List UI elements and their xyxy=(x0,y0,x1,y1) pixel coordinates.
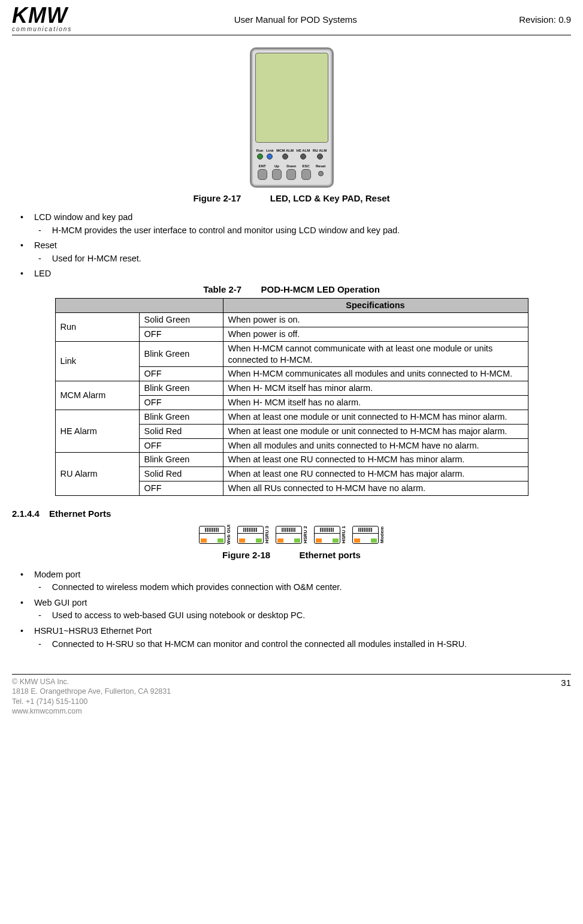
page-number: 31 xyxy=(561,677,571,689)
led-state-cell: Solid Green xyxy=(139,313,223,327)
led-indicator-icon xyxy=(300,154,306,159)
led-state-cell: OFF xyxy=(139,367,223,381)
revision-label: Revision: 0.9 xyxy=(519,14,571,26)
led-spec-cell: When H- MCM itself has minor alarm. xyxy=(223,381,528,396)
led-state-cell: OFF xyxy=(139,327,223,341)
sub-bullet-text: Used to access to web-based GUI using no… xyxy=(52,610,305,622)
led-spec-cell: When at least one RU connected to H-MCM … xyxy=(223,467,528,481)
ethernet-port-label: HSRU 1 xyxy=(342,526,346,543)
rj45-icon xyxy=(352,526,379,544)
led-name-cell: HE Alarm xyxy=(55,410,139,453)
device-led: RU ALM xyxy=(313,149,327,159)
table-row: MCM AlarmBlink GreenWhen H- MCM itself h… xyxy=(55,381,528,396)
sub-bullet-item: -H-MCM provides the user interface to co… xyxy=(38,225,571,237)
led-state-cell: Solid Red xyxy=(139,424,223,438)
figure-number: Figure 2-17 xyxy=(193,193,241,203)
bullet-item: •Reset xyxy=(20,240,571,252)
section-title: Ethernet Ports xyxy=(49,508,111,519)
table-row: RunSolid GreenWhen power is on. xyxy=(55,313,528,327)
footer-address: 1818 E. Orangethrope Ave, Fullerton, CA … xyxy=(12,687,171,696)
rj45-icon xyxy=(276,526,302,544)
footer-tel: Tel. +1 (714) 515-1100 xyxy=(12,697,171,706)
rj45-icon xyxy=(314,526,340,544)
table-2-7-caption: Table 2-7 POD-H-MCM LED Operation xyxy=(12,284,571,296)
ethernet-port: Modem xyxy=(352,525,385,544)
device-led-label: Run xyxy=(256,149,264,152)
led-spec-cell: When H- MCM itself has no alarm. xyxy=(223,396,528,410)
bullet-list-2: •Modem port-Connected to wireless modem … xyxy=(14,569,571,650)
led-spec-cell: When at least one RU connected to H-MCM … xyxy=(223,453,528,467)
device-led: MCM ALM xyxy=(276,149,294,159)
device-keypad-button: ENT xyxy=(258,164,267,180)
led-indicator-icon xyxy=(267,154,273,159)
figure-2-18-caption: Figure 2-18 Ethernet ports xyxy=(12,549,571,561)
device-led-label: HE ALM xyxy=(297,149,310,152)
device-led: Link xyxy=(266,149,273,159)
bullet-item: •HSRU1~HSRU3 Ethernet Port xyxy=(20,625,571,637)
bullet-item: •Web GUI port xyxy=(20,597,571,609)
bullet-text: HSRU1~HSRU3 Ethernet Port xyxy=(34,625,152,637)
figure-title: Ethernet ports xyxy=(299,550,361,560)
section-number: 2.1.4.4 xyxy=(12,508,40,519)
led-state-cell: Solid Red xyxy=(139,467,223,481)
bullet-dot-icon: • xyxy=(20,268,23,280)
device-led: Run xyxy=(256,149,264,159)
page-footer: © KMW USA Inc. 1818 E. Orangethrope Ave,… xyxy=(12,674,571,716)
led-spec-cell: When H-MCM cannot communicate with at le… xyxy=(223,341,528,367)
reset-button-icon xyxy=(318,171,324,176)
bullet-text: Web GUI port xyxy=(34,597,87,609)
dash-icon: - xyxy=(38,582,41,594)
dash-icon: - xyxy=(38,610,41,622)
bullet-item: •Modem port xyxy=(20,569,571,581)
keypad-label: ENT xyxy=(259,164,266,168)
table-row: HE AlarmBlink GreenWhen at least one mod… xyxy=(55,410,528,424)
figure-title: LED, LCD & Key PAD, Reset xyxy=(270,193,390,203)
dash-icon: - xyxy=(38,253,41,265)
sub-bullet-item: -Connected to wireless modem which provi… xyxy=(38,582,571,594)
led-spec-cell: When power is off. xyxy=(223,327,528,341)
sub-bullet-text: Connected to wireless modem which provid… xyxy=(52,582,342,594)
led-state-cell: Blink Green xyxy=(139,453,223,467)
table-header-blank xyxy=(55,299,223,313)
bullet-text: LCD window and key pad xyxy=(34,212,132,224)
led-spec-cell: When at least one module or unit connect… xyxy=(223,410,528,424)
device-led-label: MCM ALM xyxy=(276,149,294,152)
led-name-cell: MCM Alarm xyxy=(55,381,139,410)
table-header-spec: Specifications xyxy=(223,299,528,313)
led-indicator-icon xyxy=(317,154,323,159)
sub-bullet-item: -Used to access to web-based GUI using n… xyxy=(38,610,571,622)
sub-bullet-text: H-MCM provides the user interface to con… xyxy=(52,225,400,237)
footer-company-info: © KMW USA Inc. 1818 E. Orangethrope Ave,… xyxy=(12,677,171,716)
ethernet-port-label: Web GUI xyxy=(226,525,231,544)
led-spec-cell: When power is on. xyxy=(223,313,528,327)
section-2-1-4-4: 2.1.4.4 Ethernet Ports xyxy=(12,508,571,520)
ethernet-port-label: Modem xyxy=(380,526,385,543)
ethernet-port: HSRU 2 xyxy=(276,525,308,544)
device-led-row: RunLinkMCM ALMHE ALMRU ALM xyxy=(255,149,328,159)
ethernet-port-label: HSRU 3 xyxy=(265,526,270,543)
rj45-icon xyxy=(237,526,264,544)
led-name-cell: Run xyxy=(55,313,139,342)
bullet-text: LED xyxy=(34,268,51,280)
rj45-icon xyxy=(199,526,225,544)
led-state-cell: Blink Green xyxy=(139,410,223,424)
bullet-item: •LCD window and key pad xyxy=(20,212,571,224)
device-led-label: RU ALM xyxy=(313,149,327,152)
keypad-button-icon xyxy=(272,169,282,180)
bullet-list-1: •LCD window and key pad-H-MCM provides t… xyxy=(14,212,571,280)
keypad-button-icon xyxy=(301,169,311,180)
device-keypad-button: Up xyxy=(272,164,282,180)
led-state-cell: Blink Green xyxy=(139,341,223,367)
led-state-cell: OFF xyxy=(139,481,223,496)
page-header: KMW communications User Manual for POD S… xyxy=(12,6,571,35)
figure-number: Figure 2-18 xyxy=(222,550,270,560)
bullet-dot-icon: • xyxy=(20,625,23,637)
keypad-label: Up xyxy=(274,164,279,168)
keypad-label: ESC xyxy=(303,164,310,168)
dash-icon: - xyxy=(38,225,41,237)
lcd-screen xyxy=(255,53,328,143)
logo-main: KMW xyxy=(12,6,68,25)
bullet-text: Reset xyxy=(34,240,57,252)
bullet-dot-icon: • xyxy=(20,212,23,224)
sub-bullet-item: -Used for H-MCM reset. xyxy=(38,253,571,265)
